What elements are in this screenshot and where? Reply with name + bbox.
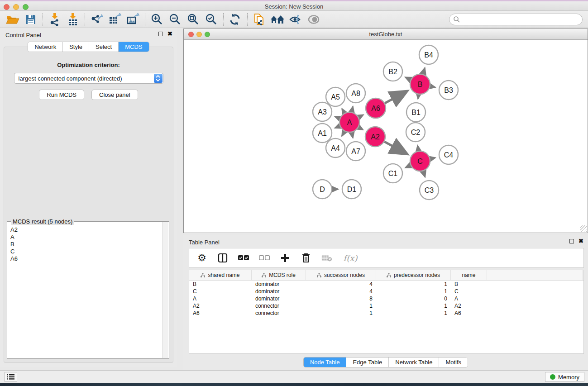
delete-table-button[interactable] [321,253,332,263]
status-bar: Memory [0,370,588,383]
new-network-from-selection-icon [253,12,266,27]
toolbar-separator [43,13,43,26]
column-header-name[interactable]: name [451,270,487,280]
table-row[interactable]: Cdominator41C [189,288,583,295]
new-network-from-selection-button[interactable] [250,12,268,27]
refresh-button[interactable] [226,12,244,27]
mcds-result-title: MCDS result (5 nodes) [11,218,74,225]
edge-A-A6[interactable] [359,115,363,118]
edge-A-A1[interactable] [335,126,340,128]
edge-A-A8[interactable] [352,106,353,112]
edge-A-A2[interactable] [359,127,363,130]
refresh-icon [229,13,242,26]
edge-A-A3[interactable] [335,117,340,119]
control-panel-title: Control Panel [5,32,41,38]
task-history-button[interactable] [5,372,17,382]
home-button[interactable] [268,12,287,27]
node-label-A: A [347,119,352,126]
table-cell: 1 [376,288,451,295]
table-tab-motifs[interactable]: Motifs [439,357,468,367]
float-panel-icon[interactable] [158,32,163,36]
edge-A-A5[interactable] [342,109,344,113]
deselect-all-button[interactable] [259,253,270,263]
show-graphics-details-button[interactable] [305,12,323,27]
close-panel-button[interactable]: Close panel [91,90,138,100]
select-all-button[interactable] [238,253,249,263]
search-field[interactable] [449,14,583,25]
table-tab-edge-table[interactable]: Edge Table [346,357,389,367]
table-row[interactable]: A2connector11A2 [189,302,583,310]
export-table-button[interactable] [106,12,124,27]
network-canvas[interactable]: B4B2BB3A8A5A6A3B1AA1C2A2A4A7C4CC1C3DD1 [184,40,587,232]
mcds-result-list[interactable]: A2ABCA6 [8,224,162,358]
zoom-selected-icon [205,13,218,26]
hide-edges-icon [289,14,302,25]
close-table-panel-icon[interactable]: ✖ [578,239,583,243]
float-table-panel-icon[interactable] [569,239,574,243]
tab-style[interactable]: Style [63,42,89,52]
node-label-A6: A6 [371,105,380,112]
hide-edges-button[interactable] [287,12,305,27]
column-header-successor-nodes[interactable]: successor nodes [306,270,376,280]
app-titlebar: Session: New Session [0,0,588,11]
result-item[interactable]: B [10,241,159,248]
criterion-dropdown[interactable]: largest connected component (directed) [14,73,163,84]
network-graph[interactable]: B4B2BB3A8A5A6A3B1AA1C2A2A4A7C4CC1C3DD1 [184,40,588,233]
open-file-button[interactable] [4,12,22,27]
resize-grip-icon[interactable] [580,225,587,232]
edge-C-C3[interactable] [423,171,425,177]
column-header-MCDS-role[interactable]: MCDS role [252,270,306,280]
edge-A2-C[interactable] [384,142,408,154]
delete-columns-button[interactable] [301,253,311,263]
result-item[interactable]: C [10,248,159,255]
zoom-selected-button[interactable] [202,12,220,27]
table-row[interactable]: Bdominator41B [189,281,583,288]
zoom-out-button[interactable] [166,12,184,27]
edge-A-A7[interactable] [352,132,353,138]
result-scrollbar[interactable] [162,222,168,358]
edge-B-B1[interactable] [418,95,418,99]
result-item[interactable]: A [10,234,159,241]
table-tab-node-table[interactable]: Node Table [304,357,347,367]
tab-select[interactable]: Select [89,42,119,52]
node-label-A7: A7 [351,148,360,155]
zoom-fit-button[interactable] [184,12,202,27]
export-image-button[interactable] [124,12,142,27]
tab-mcds[interactable]: MCDS [119,42,148,52]
run-mcds-button[interactable]: Run MCDS [39,90,84,100]
edge-C-C4[interactable] [430,158,435,159]
edge-A-A4[interactable] [342,131,344,136]
show-columns-button[interactable] [217,253,228,263]
edge-B-B4[interactable] [423,68,425,74]
table-cell: A [189,295,252,302]
edge-B-B3[interactable] [430,86,435,87]
edge-B-B2[interactable] [405,77,411,80]
table-row[interactable]: A6connector11A6 [189,310,583,317]
memory-button[interactable]: Memory [545,372,584,382]
function-builder-button[interactable]: f(x) [342,253,359,263]
network-titlebar[interactable]: testGlobe.txt [184,29,588,40]
node-table[interactable]: shared nameMCDS rolesuccessor nodesprede… [189,270,584,354]
result-item[interactable]: A2 [10,226,159,234]
search-input[interactable] [460,15,582,24]
table-row[interactable]: Adominator80A [189,295,583,302]
close-panel-icon[interactable]: ✖ [167,32,172,36]
import-table-button[interactable] [64,12,82,27]
column-header-shared-name[interactable]: shared name [189,270,252,280]
column-header-predecessor-nodes[interactable]: predecessor nodes [376,270,451,280]
table-options-button[interactable]: ⚙ [196,253,207,263]
export-network-button[interactable] [88,12,106,27]
edge-C-C1[interactable] [405,165,411,167]
result-item[interactable]: A6 [10,255,159,262]
tab-network[interactable]: Network [28,42,63,52]
add-column-button[interactable] [280,253,291,263]
table-tab-network-table[interactable]: Network Table [389,357,439,367]
node-label-C4: C4 [444,151,454,159]
table-cell: 4 [306,288,376,295]
save-session-button[interactable] [22,12,40,27]
control-panel-controls: ✖ [158,32,172,36]
edge-C-C2[interactable] [418,146,419,151]
import-network-button[interactable] [46,12,64,27]
edge-A6-B[interactable] [385,91,408,103]
zoom-in-button[interactable] [148,12,166,27]
